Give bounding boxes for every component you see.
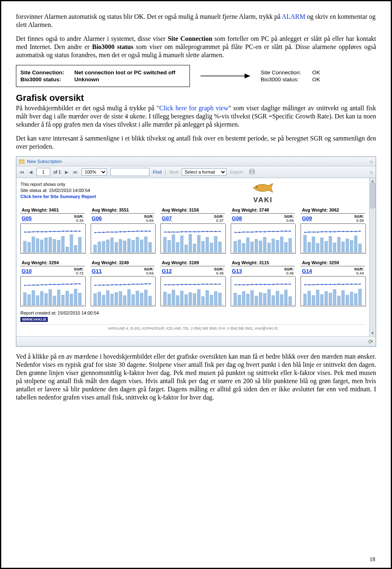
svg-point-143	[325, 231, 327, 232]
vakis-badge[interactable]: WWW.VAKI.IS	[20, 317, 48, 322]
svg-rect-215	[180, 291, 183, 305]
svg-point-147	[343, 231, 344, 232]
find-input[interactable]	[110, 168, 149, 176]
mini-chart[interactable]	[20, 277, 86, 306]
svg-rect-189	[123, 295, 126, 305]
cage-code-link[interactable]: G05	[22, 215, 32, 221]
svg-point-176	[62, 283, 63, 285]
cage-code-link[interactable]: G08	[232, 215, 242, 221]
svg-point-84	[181, 231, 183, 232]
chart-cell-g12[interactable]: Avg Weight: 3189 G12 SGR:0.46	[160, 259, 225, 306]
collapse-icon-2[interactable]: ☼	[369, 170, 373, 174]
chart-cell-g08[interactable]: Avg Weight: 3748 G08 SGR:0.69	[231, 207, 295, 254]
svg-point-34	[75, 230, 76, 232]
scroll-down-icon[interactable]: ▼	[371, 331, 374, 335]
svg-rect-72	[189, 234, 192, 252]
svg-rect-20	[74, 245, 77, 252]
zoom-select[interactable]: 100%	[82, 168, 107, 176]
svg-rect-100	[255, 239, 258, 252]
svg-point-256	[243, 284, 244, 285]
cage-code-link[interactable]: G07	[162, 215, 172, 221]
page-input[interactable]	[36, 168, 50, 176]
chart-cell-g05[interactable]: Avg Weight: 3401 G05 SGR:0.34	[20, 207, 85, 254]
subscription-icon[interactable]	[19, 158, 24, 164]
mini-chart[interactable]	[91, 224, 156, 254]
svg-rect-99	[250, 242, 253, 252]
chart-cell-g09[interactable]: Avg Weight: 3062 G09 SGR:0.58	[301, 207, 365, 254]
svg-point-288	[325, 284, 327, 285]
vertical-scrollbar[interactable]: ▲ ▼	[369, 178, 376, 336]
svg-point-178	[71, 283, 72, 285]
next-page-icon[interactable]: ▶	[64, 170, 69, 175]
cage-code-link[interactable]: G14	[302, 268, 312, 274]
svg-rect-271	[312, 295, 315, 305]
chart-cell-g11[interactable]: Avg Weight: 3249 G11 SGR:0.69	[91, 259, 155, 306]
chart-cell-g14[interactable]: Avg Weight: 3259 G14 SGR:0.44	[301, 259, 365, 306]
svg-point-31	[62, 230, 63, 232]
cage-code-link[interactable]: G09	[302, 215, 312, 221]
chart-cell-g13[interactable]: Avg Weight: 3115 G13 SGR:0.46	[231, 259, 295, 306]
avg-weight-label: Avg Weight: 3062	[301, 207, 365, 214]
mini-chart[interactable]	[301, 277, 366, 306]
mini-chart[interactable]	[160, 277, 226, 306]
chart-cell-g07[interactable]: Avg Weight: 3156 G07 SGR:0.37	[160, 207, 225, 254]
site-conn-label: Site Connection:	[20, 69, 68, 76]
svg-point-287	[321, 284, 323, 285]
svg-point-204	[128, 284, 129, 285]
export-link[interactable]: Export	[230, 170, 243, 174]
svg-rect-47	[136, 237, 138, 252]
mini-chart[interactable]	[160, 224, 226, 254]
svg-point-58	[124, 231, 125, 232]
mini-chart[interactable]	[231, 277, 296, 306]
cage-code-link[interactable]: G13	[232, 268, 242, 274]
svg-point-35	[79, 230, 80, 232]
next-link[interactable]: Next	[169, 170, 179, 174]
svg-point-296	[359, 283, 361, 285]
cage-code-link[interactable]: G10	[22, 268, 32, 274]
chart-sub-header: G11 SGR:0.69	[91, 266, 155, 277]
format-select[interactable]: Select a format	[182, 168, 227, 176]
mini-chart[interactable]	[301, 224, 366, 254]
svg-rect-48	[140, 240, 143, 252]
mini-chart[interactable]	[20, 224, 86, 254]
svg-rect-101	[259, 241, 262, 252]
svg-point-64	[149, 230, 150, 232]
mini-chart[interactable]	[231, 224, 296, 254]
svg-point-231	[190, 284, 191, 285]
cage-code-link[interactable]: G11	[92, 268, 102, 274]
svg-point-206	[136, 283, 138, 285]
chart-cell-g10[interactable]: Avg Weight: 3294 G10 SGR:0.72	[20, 259, 85, 306]
svg-rect-67	[168, 240, 171, 252]
svg-point-228	[177, 284, 178, 285]
prev-page-icon[interactable]: ◀	[28, 170, 33, 175]
svg-point-200	[111, 284, 112, 285]
scroll-up-icon[interactable]: ▲	[371, 179, 374, 183]
svg-point-52	[98, 232, 100, 233]
svg-rect-124	[304, 235, 307, 252]
svg-point-139	[309, 231, 310, 232]
find-link[interactable]: Find	[153, 170, 161, 174]
svg-rect-49	[144, 237, 147, 252]
scroll-thumb[interactable]	[370, 183, 375, 208]
sgr-label: SGR:0.46	[284, 267, 294, 275]
summary-report-link[interactable]: Click here for Site Summary Report	[20, 194, 96, 200]
svg-point-237	[215, 283, 216, 285]
collapse-icon[interactable]: ☼	[369, 159, 373, 164]
avg-weight-label: Avg Weight: 3401	[20, 207, 85, 214]
cage-code-link[interactable]: G06	[92, 215, 102, 221]
svg-rect-73	[193, 244, 196, 252]
mini-chart[interactable]	[91, 277, 156, 306]
svg-point-142	[321, 231, 323, 232]
chart-cell-g06[interactable]: Avg Weight: 3551 G06 SGR:0.66	[91, 207, 155, 254]
svg-point-209	[149, 283, 150, 284]
first-page-icon[interactable]: ⏮	[19, 170, 25, 174]
svg-rect-190	[127, 289, 130, 305]
refresh-icon[interactable]: ⟳	[368, 338, 373, 345]
svg-rect-41	[110, 238, 113, 252]
new-subscription-link[interactable]: New Subscription	[27, 159, 62, 164]
chart-sub-header: G08 SGR:0.69	[231, 214, 295, 224]
svg-point-261	[264, 284, 265, 285]
print-icon[interactable]	[249, 169, 255, 175]
last-page-icon[interactable]: ⏭	[72, 170, 78, 174]
cage-code-link[interactable]: G12	[162, 268, 172, 274]
